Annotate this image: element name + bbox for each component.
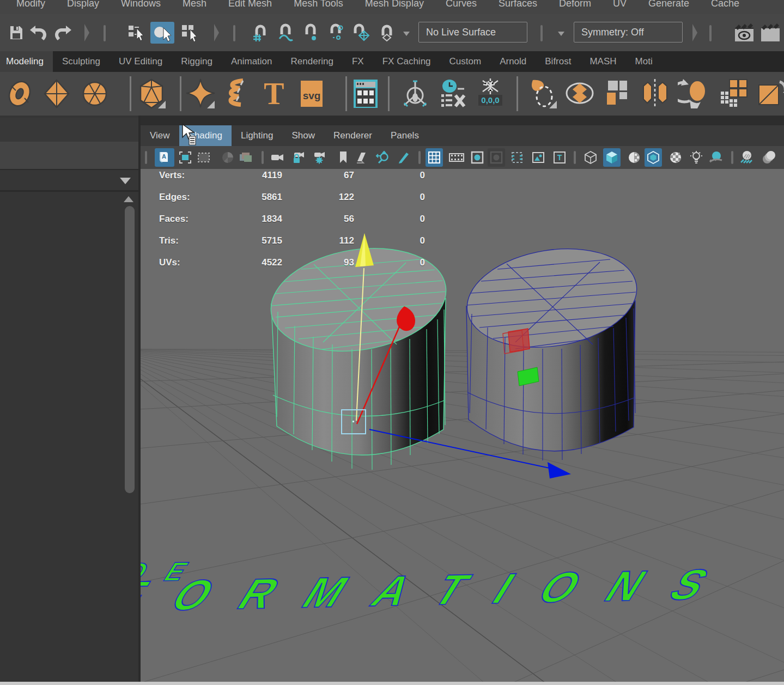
snap-projected-center-icon[interactable] — [325, 22, 347, 44]
menu-cache[interactable]: Cache — [711, 0, 739, 10]
shaded-cube-icon[interactable] — [603, 148, 621, 167]
type-text-icon[interactable]: T — [259, 78, 289, 109]
snap-curve-icon[interactable] — [275, 22, 296, 44]
shelf-tab-mash[interactable]: MASH — [580, 51, 625, 72]
selection-highlight-icon[interactable] — [508, 148, 526, 167]
isolate-off-icon[interactable] — [488, 148, 505, 167]
film-strip-icon[interactable] — [448, 148, 465, 167]
cylinder-right[interactable] — [460, 238, 644, 460]
snap-view-plane-icon[interactable] — [350, 22, 372, 44]
shelf-tab-motion[interactable]: Moti — [626, 51, 662, 72]
curve-table-icon[interactable] — [350, 78, 381, 109]
playblast-icon[interactable] — [759, 22, 781, 44]
snap-point-icon[interactable] — [300, 22, 321, 44]
retopologize-icon[interactable] — [757, 78, 784, 109]
panel-menu-lighting[interactable]: Lighting — [232, 125, 283, 146]
freeze-transform-icon[interactable]: 0,0,0 — [475, 78, 506, 109]
resolution-gate-icon[interactable] — [195, 148, 212, 167]
snap-grid-icon[interactable] — [250, 22, 271, 44]
gate-mask-icon[interactable] — [219, 148, 236, 167]
shelf-tab-arnold[interactable]: Arnold — [490, 51, 536, 72]
symmetry-field[interactable]: Symmetry: Off — [574, 22, 683, 43]
shadows-icon[interactable] — [707, 148, 725, 167]
camera-icon[interactable] — [269, 148, 287, 167]
shelf-tab-fx-caching[interactable]: FX Caching — [373, 51, 440, 72]
menu-modify[interactable]: Modify — [16, 0, 45, 10]
shelf-tab-custom[interactable]: Custom — [440, 51, 491, 72]
menu-windows[interactable]: Windows — [121, 0, 161, 10]
textured-sphere-icon[interactable] — [625, 148, 643, 167]
shelf-tab-bifrost[interactable]: Bifrost — [536, 51, 580, 72]
snap-options-caret-icon[interactable] — [402, 29, 411, 39]
shelf-tab-modeling[interactable]: Modeling — [0, 51, 53, 72]
live-surface-field[interactable]: No Live Surface — [418, 22, 527, 43]
undo-icon[interactable] — [27, 22, 49, 44]
delete-history-icon[interactable] — [438, 78, 469, 109]
hud-toggle-icon[interactable]: T — [551, 148, 568, 167]
menu-mesh-display[interactable]: Mesh Display — [365, 0, 424, 10]
motion-blur-icon[interactable] — [761, 148, 778, 167]
lighting-bulb-icon[interactable] — [688, 148, 705, 167]
panel-menu-show[interactable]: Show — [283, 125, 325, 146]
menu-curves[interactable]: Curves — [446, 0, 477, 10]
shelf-tab-sculpting[interactable]: Sculpting — [53, 51, 110, 72]
select-object-icon[interactable] — [150, 22, 174, 44]
svg-tool-icon[interactable]: svg — [296, 78, 327, 109]
default-material-icon[interactable] — [667, 148, 684, 167]
menu-surfaces[interactable]: Surfaces — [499, 0, 537, 10]
save-icon[interactable] — [5, 22, 27, 44]
shelf-tab-fx[interactable]: FX — [343, 51, 373, 72]
menu-mesh-tools[interactable]: Mesh Tools — [294, 0, 343, 10]
poly-torus-icon[interactable] — [4, 78, 35, 109]
wireframe-on-shaded-icon[interactable] — [645, 148, 662, 167]
quadrangulate-icon[interactable] — [718, 78, 749, 109]
symmetry-caret-icon[interactable] — [557, 29, 566, 39]
wireframe-cube-icon[interactable] — [582, 148, 599, 167]
shelf-tab-rigging[interactable]: Rigging — [172, 51, 222, 72]
redo-icon[interactable] — [52, 22, 74, 44]
scroll-up-arrow-icon[interactable] — [124, 196, 133, 202]
image-plane-icon[interactable] — [238, 148, 255, 167]
shelf-tab-animation[interactable]: Animation — [222, 51, 282, 72]
shelf-tab-rendering[interactable]: Rendering — [282, 51, 343, 72]
page-flip-icon[interactable] — [353, 148, 370, 167]
poly-helix-icon[interactable] — [221, 78, 252, 109]
grid-toggle-icon[interactable] — [426, 148, 443, 167]
cylinder-left-selected[interactable] — [264, 237, 454, 470]
shelf-tab-uv-editing[interactable]: UV Editing — [110, 51, 172, 72]
camera-attributes-icon[interactable] — [311, 148, 329, 167]
textured-view-icon[interactable] — [530, 148, 547, 167]
menu-edit-mesh[interactable]: Edit Mesh — [228, 0, 272, 10]
center-pivot-icon[interactable] — [400, 78, 430, 109]
mirror-geometry-icon[interactable] — [640, 78, 670, 109]
menu-mesh[interactable]: Mesh — [183, 0, 206, 10]
menu-display[interactable]: Display — [67, 0, 99, 10]
playblast-preview-icon[interactable] — [733, 22, 755, 44]
panel-menu-view[interactable]: View — [141, 125, 179, 146]
menu-generate[interactable]: Generate — [648, 0, 689, 10]
menu-deform[interactable]: Deform — [559, 0, 591, 10]
duplicate-icon[interactable] — [526, 78, 557, 109]
panel-menu-renderer[interactable]: Renderer — [324, 125, 381, 146]
attribute-book-icon[interactable]: A — [155, 148, 174, 167]
panel-menu-panels[interactable]: Panels — [381, 125, 428, 146]
ssao-icon[interactable] — [738, 148, 756, 167]
menu-uv[interactable]: UV — [613, 0, 627, 10]
pan-zoom-icon[interactable] — [374, 148, 392, 167]
grease-pencil-icon[interactable] — [396, 148, 413, 167]
revolve-icon[interactable] — [678, 78, 708, 109]
layout-uv-icon[interactable] — [603, 78, 633, 109]
make-live-icon[interactable] — [376, 22, 398, 44]
select-component-icon[interactable] — [179, 22, 200, 44]
poly-pyramid-icon[interactable] — [41, 78, 72, 109]
poly-disc-icon[interactable] — [80, 78, 110, 109]
ground-text-object[interactable]: DE FORMATIONS — [141, 556, 752, 620]
panel-menu-shading[interactable]: Shading — [179, 125, 232, 146]
camera-lock-icon[interactable] — [290, 148, 307, 167]
chevron-down-icon[interactable] — [120, 178, 131, 184]
film-gate-icon[interactable] — [177, 148, 194, 167]
sidebar-scrollbar-thumb[interactable] — [125, 206, 135, 493]
isolate-select-icon[interactable] — [469, 148, 486, 167]
platonic-solid-icon[interactable] — [136, 78, 167, 109]
super-shape-icon[interactable] — [185, 78, 216, 109]
